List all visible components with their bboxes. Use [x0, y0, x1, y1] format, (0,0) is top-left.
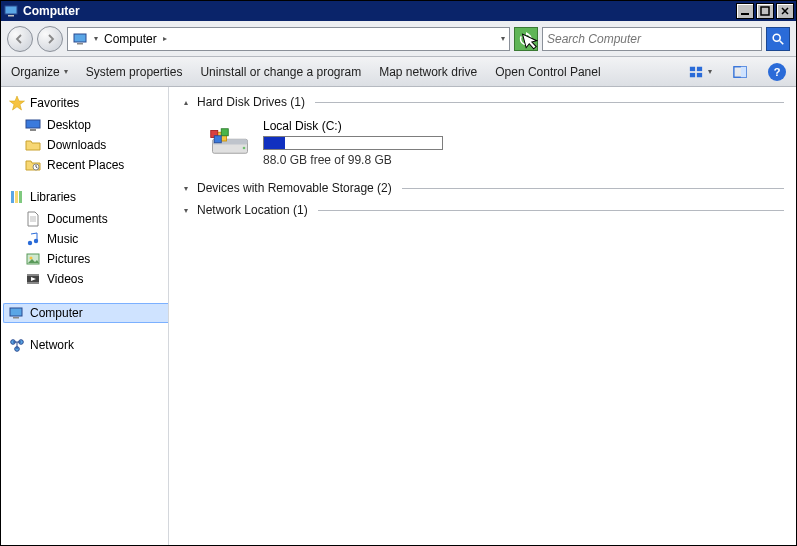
svg-point-6 — [773, 34, 780, 41]
svg-rect-38 — [214, 136, 221, 143]
address-history-dropdown[interactable]: ▾ — [501, 34, 505, 43]
separator — [318, 210, 784, 211]
computer-icon — [8, 305, 24, 321]
svg-rect-2 — [741, 13, 749, 15]
svg-rect-11 — [697, 72, 702, 76]
content-pane: ▴ Hard Disk Drives (1) — [169, 87, 796, 545]
forward-button[interactable] — [37, 26, 63, 52]
folder-icon — [25, 137, 41, 153]
svg-rect-25 — [27, 274, 39, 276]
libraries-icon — [9, 189, 25, 205]
pictures-icon — [25, 251, 41, 267]
sidebar-favorites-header[interactable]: Favorites — [9, 95, 168, 111]
svg-rect-1 — [8, 15, 14, 17]
drive-free-space: 88.0 GB free of 99.8 GB — [263, 153, 443, 167]
map-network-drive-button[interactable]: Map network drive — [379, 65, 477, 79]
search-button[interactable] — [766, 27, 790, 51]
refresh-button[interactable] — [514, 27, 538, 51]
drive-name: Local Disk (C:) — [263, 119, 443, 133]
svg-rect-4 — [74, 34, 86, 42]
drive-usage-bar — [263, 136, 443, 150]
collapse-arrow-icon: ▴ — [181, 98, 191, 107]
svg-rect-15 — [30, 129, 36, 131]
svg-rect-3 — [761, 7, 769, 15]
back-button[interactable] — [7, 26, 33, 52]
svg-rect-37 — [221, 129, 228, 136]
group-removable-storage[interactable]: ▾ Devices with Removable Storage (2) — [181, 181, 784, 195]
svg-rect-9 — [697, 66, 702, 70]
titlebar: Computer — [1, 1, 796, 21]
expand-arrow-icon: ▾ — [181, 206, 191, 215]
minimize-button[interactable] — [736, 3, 754, 19]
preview-pane-button[interactable] — [730, 62, 750, 82]
music-icon — [25, 231, 41, 247]
computer-icon — [72, 31, 88, 47]
sidebar-item-recent-places[interactable]: Recent Places — [9, 155, 168, 175]
separator — [315, 102, 784, 103]
maximize-button[interactable] — [756, 3, 774, 19]
svg-rect-27 — [10, 308, 22, 316]
separator — [402, 188, 784, 189]
star-icon — [9, 95, 25, 111]
svg-rect-14 — [26, 120, 40, 128]
svg-rect-17 — [11, 191, 14, 203]
change-view-button[interactable] — [686, 62, 706, 82]
svg-point-21 — [34, 239, 38, 243]
svg-point-20 — [28, 241, 32, 245]
crumb-separator-icon[interactable]: ▸ — [161, 34, 169, 43]
documents-icon — [25, 211, 41, 227]
svg-point-23 — [30, 257, 33, 260]
sidebar-item-music[interactable]: Music — [9, 229, 168, 249]
sidebar-item-videos[interactable]: Videos — [9, 269, 168, 289]
svg-rect-5 — [77, 43, 83, 45]
search-input[interactable] — [547, 32, 757, 46]
sidebar-item-documents[interactable]: Documents — [9, 209, 168, 229]
svg-rect-8 — [690, 66, 695, 70]
sidebar-item-downloads[interactable]: Downloads — [9, 135, 168, 155]
drive-local-disk-c[interactable]: Local Disk (C:) 88.0 GB free of 99.8 GB — [181, 109, 784, 173]
sidebar-item-computer[interactable]: Computer — [3, 303, 168, 323]
chevron-down-icon: ▾ — [64, 67, 68, 76]
uninstall-program-button[interactable]: Uninstall or change a program — [200, 65, 361, 79]
computer-icon — [3, 3, 19, 19]
open-control-panel-button[interactable]: Open Control Panel — [495, 65, 600, 79]
sidebar-item-desktop[interactable]: Desktop — [9, 115, 168, 135]
group-hard-disk-drives[interactable]: ▴ Hard Disk Drives (1) — [181, 95, 784, 109]
breadcrumb[interactable]: Computer — [104, 32, 157, 46]
group-network-location[interactable]: ▾ Network Location (1) — [181, 203, 784, 217]
crumb-separator-icon[interactable]: ▾ — [92, 34, 100, 43]
desktop-icon — [25, 117, 41, 133]
toolbar: Organize ▾ System properties Uninstall o… — [1, 57, 796, 87]
svg-rect-0 — [5, 6, 17, 14]
recent-icon — [25, 157, 41, 173]
svg-rect-26 — [27, 282, 39, 284]
svg-rect-19 — [19, 191, 22, 203]
sidebar-libraries-header[interactable]: Libraries — [9, 189, 168, 205]
expand-arrow-icon: ▾ — [181, 184, 191, 193]
window-title: Computer — [23, 4, 736, 18]
system-properties-button[interactable]: System properties — [86, 65, 183, 79]
hard-drive-icon — [209, 127, 251, 159]
videos-icon — [25, 271, 41, 287]
svg-rect-28 — [13, 317, 19, 319]
sidebar-item-network[interactable]: Network — [9, 337, 168, 353]
organize-menu[interactable]: Organize ▾ — [11, 65, 68, 79]
search-box[interactable] — [542, 27, 762, 51]
view-dropdown[interactable]: ▾ — [708, 67, 712, 76]
address-bar[interactable]: ▾ Computer ▸ ▾ — [67, 27, 510, 51]
help-button[interactable]: ? — [768, 63, 786, 81]
close-button[interactable] — [776, 3, 794, 19]
network-icon — [9, 337, 25, 353]
svg-line-7 — [780, 40, 784, 44]
svg-rect-18 — [15, 191, 18, 203]
svg-rect-10 — [690, 72, 695, 76]
svg-point-34 — [243, 147, 246, 150]
organize-label: Organize — [11, 65, 60, 79]
svg-rect-13 — [741, 66, 746, 77]
navigation-bar: ▾ Computer ▸ ▾ — [1, 21, 796, 57]
sidebar-item-pictures[interactable]: Pictures — [9, 249, 168, 269]
sidebar: Favorites Desktop Downloads Recent Place… — [1, 87, 169, 545]
